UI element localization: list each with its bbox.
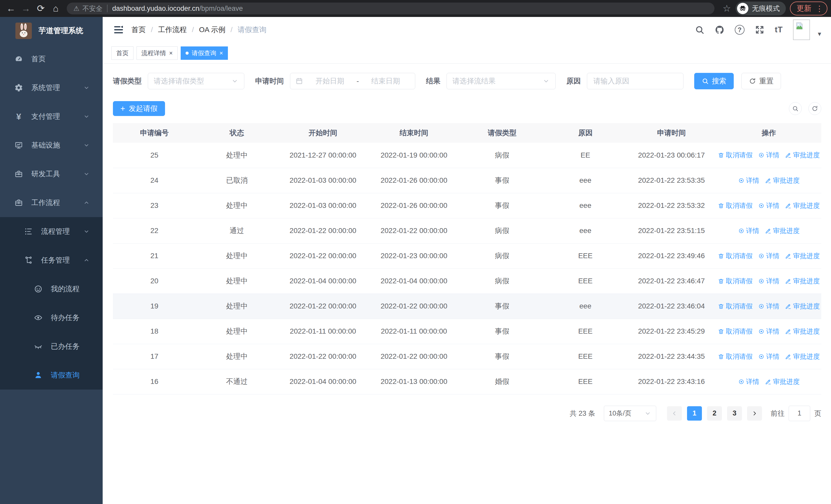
breadcrumb-item[interactable]: OA 示例: [199, 25, 226, 35]
github-icon[interactable]: [715, 25, 724, 35]
progress-action-link[interactable]: 审批进度: [785, 201, 820, 210]
search-button[interactable]: 搜索: [694, 73, 734, 89]
url-host: dashboard.yudao.iocoder.cn: [112, 5, 199, 12]
close-icon[interactable]: ×: [169, 50, 173, 56]
sidebar-item-process-mgmt[interactable]: 流程管理: [0, 217, 103, 246]
cell-id: 25: [113, 143, 196, 168]
progress-action-link[interactable]: 审批进度: [785, 151, 820, 159]
close-icon[interactable]: ×: [220, 50, 223, 56]
help-icon[interactable]: ?: [735, 25, 745, 35]
cell-id: 16: [113, 369, 196, 394]
cell-type: 事假: [460, 168, 544, 193]
breadcrumb-item[interactable]: 工作流程: [158, 25, 187, 35]
avatar[interactable]: [793, 20, 810, 40]
detail-action-link[interactable]: 详情: [758, 302, 779, 311]
sidebar-item-home[interactable]: 首页: [0, 45, 103, 73]
avatar-caret-icon[interactable]: ▼: [816, 31, 822, 37]
cell-start: 2022-01-03 00:00:00: [278, 168, 368, 193]
detail-action-link[interactable]: 详情: [758, 151, 779, 159]
start-date-field[interactable]: 开始日期: [306, 76, 354, 86]
address-bar[interactable]: ⚠ 不安全 dashboard.yudao.iocoder.cn/bpm/oa/…: [67, 3, 715, 14]
cell-type: 事假: [460, 319, 544, 344]
edit-icon: [785, 152, 792, 158]
browser-reload-icon[interactable]: ⟳: [33, 1, 48, 16]
chevron-down-icon: [83, 113, 90, 120]
bookmark-star-icon[interactable]: ☆: [723, 3, 731, 14]
browser-back-icon[interactable]: ←: [4, 1, 19, 16]
progress-action-link[interactable]: 审批进度: [785, 251, 820, 261]
breadcrumb-item[interactable]: 首页: [132, 25, 146, 35]
browser-menu-icon[interactable]: ⋮: [815, 4, 823, 13]
tab-请假查询[interactable]: 请假查询×: [181, 47, 228, 60]
progress-action-link[interactable]: 审批进度: [785, 277, 820, 286]
fullscreen-icon[interactable]: [755, 25, 765, 35]
refresh-table-button[interactable]: [808, 102, 821, 115]
sidebar-item-devtools[interactable]: 研发工具: [0, 159, 103, 188]
detail-action-link[interactable]: 详情: [758, 201, 779, 210]
reason-input[interactable]: [587, 73, 683, 89]
goto-page-input[interactable]: [789, 406, 810, 421]
detail-action-link[interactable]: 详情: [738, 226, 760, 235]
sidebar-item-task-mgmt[interactable]: 任务管理: [0, 246, 103, 274]
security-warning[interactable]: ⚠ 不安全: [74, 4, 103, 13]
cancel-action-link[interactable]: 取消请假: [718, 201, 752, 210]
reset-button[interactable]: 重置: [741, 73, 781, 89]
sidebar-item-leave-query[interactable]: 请假查询: [0, 361, 103, 390]
progress-action-link[interactable]: 审批进度: [785, 352, 820, 361]
tags-view: 首页流程详情×请假查询×: [103, 42, 831, 64]
page-size-select[interactable]: 10条/页: [604, 406, 656, 421]
sidebar-item-workflow[interactable]: 工作流程: [0, 188, 103, 217]
progress-action-link[interactable]: 审批进度: [765, 226, 800, 235]
cell-actions: 详情审批进度: [716, 369, 821, 394]
browser-home-icon[interactable]: ⌂: [48, 1, 63, 16]
next-page-button[interactable]: [747, 406, 762, 421]
sidebar-item-label: 支付管理: [31, 112, 60, 121]
leave-type-select[interactable]: 请选择请假类型: [148, 73, 244, 89]
sidebar-item-my-process[interactable]: 我的流程: [0, 274, 103, 303]
detail-action-link[interactable]: 详情: [738, 377, 760, 386]
cancel-action-link[interactable]: 取消请假: [718, 277, 752, 286]
sidebar-item-payment[interactable]: ¥支付管理: [0, 102, 103, 131]
browser-update-button[interactable]: 更新 ⋮: [790, 2, 827, 16]
edit-icon: [765, 177, 771, 184]
font-size-icon[interactable]: tT: [775, 25, 783, 34]
sidebar-item-infra[interactable]: 基础设施: [0, 131, 103, 159]
page-button-1[interactable]: 1: [687, 406, 702, 421]
result-select[interactable]: 请选择流结果: [447, 73, 555, 89]
cancel-action-link[interactable]: 取消请假: [718, 251, 752, 261]
view-icon: [758, 303, 765, 309]
leave-table: 申请编号状态开始时间结束时间请假类型原因申请时间操作 25处理中2021-12-…: [113, 123, 821, 394]
sidebar-item-todo-tasks[interactable]: 待办任务: [0, 303, 103, 332]
browser-forward-icon[interactable]: →: [19, 1, 33, 16]
sidebar-item-system[interactable]: 系统管理: [0, 73, 103, 102]
progress-action-link[interactable]: 审批进度: [765, 176, 800, 185]
app-logo-row[interactable]: 芋道管理系统: [0, 17, 103, 45]
show-search-toggle-button[interactable]: [789, 102, 802, 115]
tab-首页[interactable]: 首页: [111, 47, 134, 60]
progress-action-link[interactable]: 审批进度: [765, 377, 800, 386]
create-leave-button[interactable]: + 发起请假: [113, 101, 165, 116]
detail-action-link[interactable]: 详情: [758, 277, 779, 286]
view-icon: [738, 177, 745, 184]
page-button-2[interactable]: 2: [707, 406, 722, 421]
progress-action-link[interactable]: 审批进度: [785, 302, 820, 311]
apply-time-range-picker[interactable]: 开始日期 - 结束日期: [290, 73, 415, 89]
detail-action-link[interactable]: 详情: [738, 176, 760, 185]
cancel-action-link[interactable]: 取消请假: [718, 352, 752, 361]
sidebar-item-done-tasks[interactable]: 已办任务: [0, 332, 103, 361]
sidebar-collapse-icon[interactable]: [113, 25, 124, 35]
end-date-field[interactable]: 结束日期: [362, 76, 410, 86]
header-search-icon[interactable]: [695, 25, 705, 35]
prev-page-button[interactable]: [667, 406, 682, 421]
cancel-action-link[interactable]: 取消请假: [718, 302, 752, 311]
cancel-action-link[interactable]: 取消请假: [718, 327, 752, 336]
tab-流程详情[interactable]: 流程详情×: [137, 47, 178, 60]
sidebar-item-label: 流程管理: [41, 227, 70, 236]
page-button-3[interactable]: 3: [727, 406, 742, 421]
cell-type: 事假: [460, 344, 544, 369]
detail-action-link[interactable]: 详情: [758, 251, 779, 261]
detail-action-link[interactable]: 详情: [758, 327, 779, 336]
progress-action-link[interactable]: 审批进度: [785, 327, 820, 336]
detail-action-link[interactable]: 详情: [758, 352, 779, 361]
cancel-action-link[interactable]: 取消请假: [718, 151, 752, 159]
